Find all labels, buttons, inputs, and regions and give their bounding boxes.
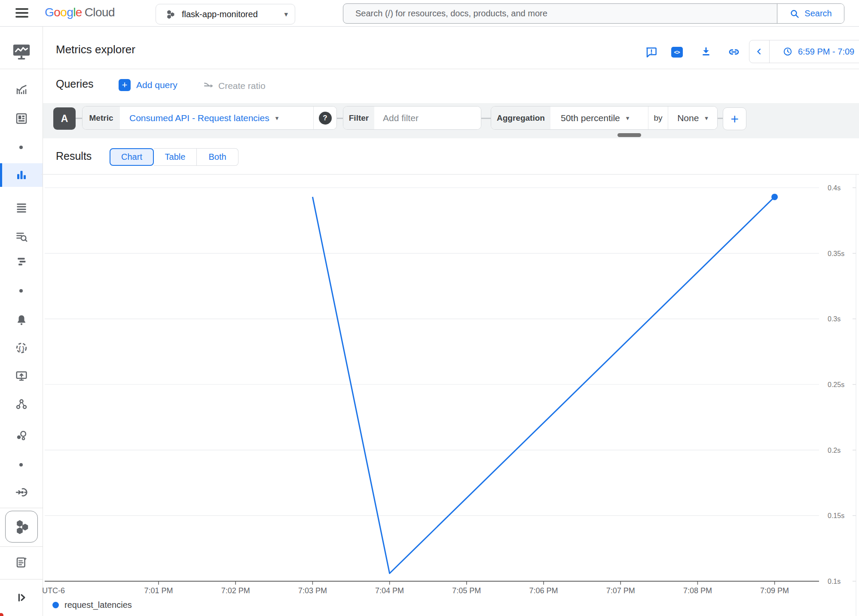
svg-text:7:05 PM: 7:05 PM [452, 586, 481, 595]
sidebar-item-alerting-policies[interactable] [11, 197, 32, 218]
svg-text:0.15s: 0.15s [828, 512, 844, 519]
share-link-button[interactable] [727, 45, 741, 59]
chevron-down-icon: ▾ [275, 114, 279, 122]
time-range-value[interactable]: 6:59 PM - 7:09 [798, 47, 854, 57]
pill-connector [718, 118, 723, 119]
sidebar-item-overview[interactable] [11, 79, 32, 100]
search-button[interactable]: Search [777, 4, 844, 23]
chevron-down-icon: ▾ [626, 114, 630, 122]
svg-text:0.1s: 0.1s [828, 578, 841, 585]
metric-value: Consumed API - Request latencies [129, 113, 269, 123]
ratio-arrow-icon [203, 80, 215, 92]
search-icon [789, 9, 800, 19]
nav-overflow-dot [19, 463, 23, 467]
global-search: Search [343, 3, 844, 24]
sidebar-item-release-notes[interactable] [11, 552, 32, 573]
metrics-explorer-bars-icon [15, 168, 28, 181]
band-resize-handle[interactable] [618, 133, 641, 137]
chevron-left-icon [755, 47, 764, 56]
project-selector[interactable]: flask-app-monitored ▾ [156, 4, 295, 24]
add-filter-input[interactable] [374, 113, 469, 123]
time-divider [769, 40, 770, 63]
group-by-value: None [677, 113, 699, 123]
search-button-label: Search [804, 9, 831, 18]
aggregation-pill: Aggregation 50th percentile ▾ by None ▾ [491, 106, 718, 130]
pill-connector [481, 118, 491, 119]
logo-letter: G [45, 6, 54, 19]
svg-text:UTC-6: UTC-6 [42, 586, 65, 595]
metric-dropdown[interactable]: Consumed API - Request latencies ▾ [120, 107, 313, 129]
nav-overflow-dot [19, 289, 23, 293]
svg-text:7:09 PM: 7:09 PM [760, 586, 789, 595]
view-code-button[interactable]: <> [669, 45, 684, 59]
code-icon: <> [671, 47, 683, 58]
create-ratio-button[interactable]: Create ratio [203, 80, 266, 92]
monitor-upload-icon [15, 369, 28, 382]
sidebar-item-app-hexagons[interactable] [5, 511, 38, 543]
logo-letter: g [67, 6, 73, 19]
chart-legend[interactable]: request_latencies [52, 600, 132, 610]
svg-text:0.4s: 0.4s [828, 184, 841, 192]
query-letter-badge: A [53, 107, 76, 130]
circles-pair-icon [15, 430, 28, 442]
search-input[interactable] [343, 4, 777, 23]
hamburger-menu-icon[interactable] [15, 8, 28, 18]
feedback-button[interactable] [644, 45, 659, 59]
group-by-dropdown[interactable]: None ▾ [668, 107, 717, 129]
google-cloud-logo: GoogleCloud [45, 6, 115, 19]
latency-line-chart[interactable]: 0.4s0.35s0.3s0.25s0.2s0.15s0.1s7:01 PM7:… [41, 174, 859, 616]
svg-text:{ }: { } [18, 345, 24, 351]
overview-chart-icon [15, 83, 28, 96]
active-nav-bar [0, 163, 2, 187]
document-sparkle-icon [15, 556, 28, 569]
sidebar-item-uptime-checks[interactable] [11, 366, 32, 386]
project-name: flask-app-monitored [182, 9, 284, 19]
metric-label: Metric [83, 107, 120, 129]
download-icon [700, 46, 712, 58]
feedback-icon [645, 46, 658, 58]
tab-both[interactable]: Both [197, 148, 238, 166]
sidebar-item-alerting[interactable] [11, 310, 32, 330]
rail-section-divider [0, 508, 43, 508]
sidebar-item-dashboards[interactable] [11, 108, 32, 129]
download-button[interactable] [699, 45, 713, 59]
expand-panel-icon [15, 591, 28, 604]
svg-text:7:03 PM: 7:03 PM [298, 586, 327, 595]
bell-icon [15, 314, 28, 326]
monitoring-logo-icon [12, 42, 31, 61]
tab-chart[interactable]: Chart [110, 148, 154, 166]
logo-letter: o [54, 6, 60, 19]
sidebar-item-log-search[interactable] [11, 226, 32, 247]
svg-text:0.25s: 0.25s [828, 381, 844, 388]
sidebar-item-groups[interactable] [11, 394, 32, 415]
chart-canvas: 0.4s0.35s0.3s0.25s0.2s0.15s0.1s7:01 PM7:… [41, 174, 859, 616]
sidebar-item-services[interactable]: { } [11, 338, 32, 358]
sidebar-item-permissions[interactable] [11, 426, 32, 446]
collapse-time-button[interactable] [749, 40, 769, 63]
sidebar-item-integrations[interactable] [11, 482, 32, 503]
list-search-icon [15, 230, 28, 243]
cluster-nodes-icon [15, 398, 28, 411]
aggregation-dropdown[interactable]: 50th percentile ▾ [550, 107, 648, 129]
svg-text:0.35s: 0.35s [828, 250, 844, 257]
add-query-button[interactable]: + Add query [119, 79, 177, 91]
aggregation-value: 50th percentile [561, 113, 620, 123]
sidebar-item-monitoring-home[interactable] [11, 41, 32, 62]
services-braces-icon: { } [15, 342, 28, 354]
metric-help-button[interactable]: ? [314, 107, 336, 129]
filter-label: Filter [343, 107, 374, 129]
sidebar-item-trace[interactable] [11, 251, 32, 272]
project-hexagons-icon [165, 9, 176, 20]
rail-section-divider [0, 546, 43, 547]
chevron-down-icon: ▾ [705, 114, 708, 122]
metric-pill: Metric Consumed API - Request latencies … [82, 106, 337, 130]
expand-nav-button[interactable] [11, 587, 32, 608]
svg-text:0.3s: 0.3s [828, 315, 841, 323]
sidebar-item-metrics-explorer[interactable] [11, 165, 32, 185]
svg-text:0.2s: 0.2s [828, 447, 841, 454]
create-ratio-label: Create ratio [218, 81, 266, 91]
tab-table[interactable]: Table [154, 148, 197, 166]
add-aggregation-step-button[interactable]: + [723, 107, 746, 130]
svg-text:7:04 PM: 7:04 PM [375, 586, 404, 595]
svg-text:7:07 PM: 7:07 PM [606, 586, 635, 595]
